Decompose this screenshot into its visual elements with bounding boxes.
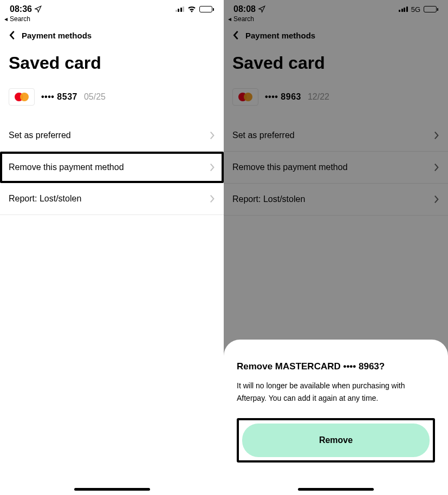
chevron-right-icon bbox=[210, 194, 215, 203]
sheet-title: Remove MASTERCARD •••• 8963? bbox=[237, 361, 435, 372]
status-time: 08:36 bbox=[10, 4, 32, 14]
remove-payment-row[interactable]: Remove this payment method bbox=[0, 152, 224, 183]
nav-back-row[interactable]: Payment methods bbox=[0, 23, 224, 45]
back-to-search[interactable]: ◂ Search bbox=[0, 14, 224, 23]
card-expiry: 05/25 bbox=[84, 92, 106, 102]
remove-confirm-button[interactable]: Remove bbox=[242, 424, 430, 457]
chevron-right-icon bbox=[210, 163, 215, 172]
set-preferred-label: Set as preferred bbox=[9, 131, 71, 140]
battery-icon bbox=[199, 6, 214, 12]
nav-label: Payment methods bbox=[22, 31, 92, 40]
set-preferred-row[interactable]: Set as preferred bbox=[0, 120, 224, 152]
home-indicator[interactable] bbox=[298, 488, 374, 491]
remove-payment-label: Remove this payment method bbox=[9, 162, 124, 172]
location-icon bbox=[34, 5, 42, 13]
report-lost-row[interactable]: Report: Lost/stolen bbox=[0, 183, 224, 215]
home-indicator[interactable] bbox=[74, 488, 150, 491]
phone-left: 08:36 ◂ Search bbox=[0, 0, 224, 495]
confirm-remove-sheet: Remove MASTERCARD •••• 8963? It will no … bbox=[224, 340, 448, 495]
card-summary: •••• 8537 05/25 bbox=[0, 86, 224, 120]
chevron-right-icon bbox=[210, 131, 215, 140]
card-brand-box bbox=[9, 88, 35, 106]
remove-button-highlight: Remove bbox=[237, 418, 435, 463]
mastercard-icon bbox=[15, 92, 29, 102]
back-caret-icon: ◂ bbox=[4, 15, 8, 23]
status-bar: 08:36 bbox=[0, 0, 224, 14]
phone-right: 08:08 5G ◂ Search bbox=[224, 0, 448, 495]
back-search-label: Search bbox=[10, 15, 30, 23]
signal-icon bbox=[176, 6, 185, 12]
chevron-left-icon bbox=[9, 30, 15, 40]
wifi-icon bbox=[187, 6, 196, 12]
card-masked-number: •••• 8537 bbox=[41, 92, 77, 102]
report-lost-label: Report: Lost/stolen bbox=[9, 194, 81, 204]
sheet-body: It will no longer be available when purc… bbox=[237, 380, 435, 404]
page-title: Saved card bbox=[0, 45, 224, 86]
